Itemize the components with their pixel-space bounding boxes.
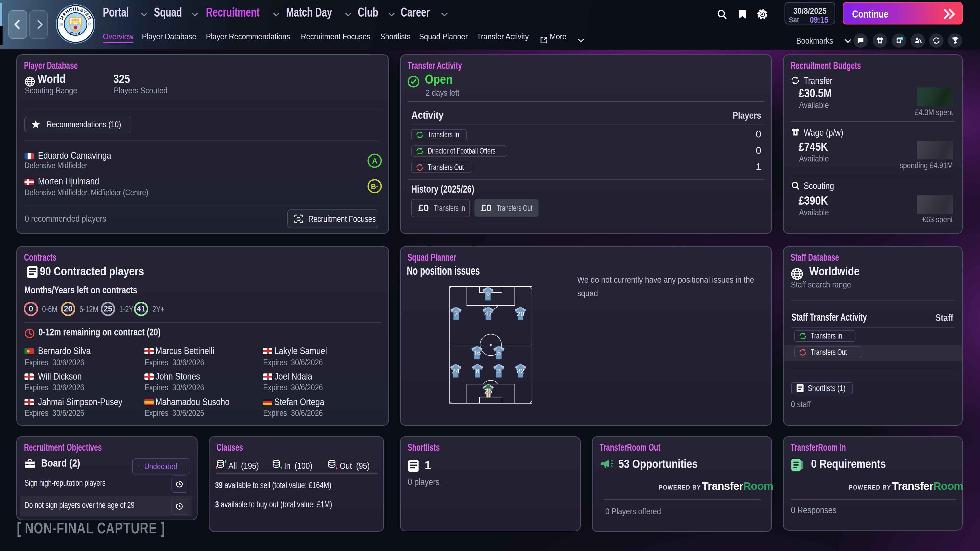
svg-text:18: 18 (59, 22, 63, 26)
svg-text:3: 3 (497, 367, 501, 375)
svg-text:25: 25 (484, 387, 492, 395)
svg-text:9: 9 (486, 290, 490, 298)
svg-text:24: 24 (452, 367, 460, 375)
svg-text:20: 20 (517, 310, 524, 318)
svg-text:7: 7 (454, 310, 458, 318)
svg-text:94: 94 (88, 22, 91, 26)
svg-text:5: 5 (497, 349, 501, 357)
svg-text:47: 47 (484, 310, 492, 318)
svg-text:6: 6 (476, 367, 479, 375)
svg-text:82: 82 (517, 367, 525, 375)
svg-text:16: 16 (473, 349, 481, 357)
